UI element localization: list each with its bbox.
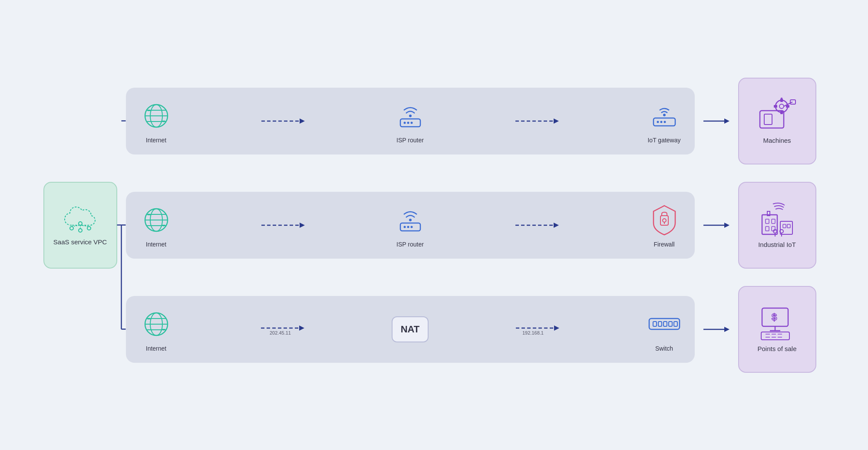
globe-icon-3 bbox=[139, 307, 174, 342]
globe-icon-2 bbox=[139, 203, 174, 237]
switch-node: Switch bbox=[647, 307, 682, 352]
svg-rect-87 bbox=[669, 322, 672, 326]
saas-section: SaaS service VPC bbox=[43, 182, 117, 269]
svg-point-14 bbox=[409, 115, 412, 117]
svg-marker-20 bbox=[554, 118, 559, 124]
svg-marker-90 bbox=[724, 327, 729, 332]
svg-rect-66 bbox=[783, 224, 786, 228]
svg-point-18 bbox=[410, 122, 413, 124]
svg-point-47 bbox=[409, 219, 412, 221]
svg-rect-37 bbox=[790, 100, 795, 104]
saas-vpc-box: SaaS service VPC bbox=[43, 182, 117, 269]
svg-rect-60 bbox=[766, 219, 769, 223]
firewall-label: Firewall bbox=[653, 241, 674, 248]
arrow-1-2 bbox=[515, 117, 559, 125]
isp-router-1: ISP router bbox=[393, 99, 428, 144]
svg-rect-67 bbox=[787, 224, 790, 228]
row-industrial: Internet bbox=[126, 182, 816, 269]
saas-label: SaaS service VPC bbox=[53, 238, 107, 246]
svg-rect-95 bbox=[761, 332, 789, 340]
svg-rect-29 bbox=[764, 114, 772, 125]
svg-marker-78 bbox=[299, 325, 304, 331]
svg-rect-88 bbox=[674, 322, 677, 326]
panel-industrial: Internet bbox=[126, 192, 695, 259]
svg-rect-86 bbox=[663, 322, 667, 326]
industrial-label: Industrial IoT bbox=[758, 241, 796, 248]
svg-point-21 bbox=[663, 114, 666, 116]
svg-point-3 bbox=[79, 222, 82, 225]
firewall-icon bbox=[647, 203, 682, 237]
saas-icon bbox=[63, 204, 98, 235]
arrow-out-1 bbox=[703, 117, 729, 125]
switch-icon bbox=[647, 307, 682, 342]
internet-2-label: Internet bbox=[146, 241, 166, 248]
svg-rect-61 bbox=[772, 219, 775, 223]
isp-router-2-label: ISP router bbox=[396, 241, 424, 248]
svg-point-50 bbox=[407, 226, 409, 228]
svg-point-39 bbox=[781, 98, 782, 99]
machines-icon bbox=[758, 98, 797, 132]
pos-label: Points of sale bbox=[757, 345, 796, 352]
arrow-out-3 bbox=[703, 325, 729, 334]
iot-gateway: IoT gateway bbox=[647, 99, 682, 144]
svg-marker-53 bbox=[554, 223, 559, 228]
machines-label: Machines bbox=[763, 137, 791, 144]
svg-marker-46 bbox=[300, 223, 305, 228]
isp-router-2: ISP router bbox=[393, 203, 428, 248]
svg-point-17 bbox=[407, 122, 409, 124]
svg-rect-83 bbox=[649, 319, 680, 329]
svg-point-24 bbox=[660, 121, 662, 123]
iot-gateway-icon bbox=[647, 99, 682, 133]
svg-point-51 bbox=[410, 226, 413, 228]
dest-industrial: Industrial IoT bbox=[738, 182, 816, 269]
svg-point-49 bbox=[403, 226, 406, 228]
arrow-2-1 bbox=[261, 221, 305, 230]
diagram: SaaS service VPC bbox=[43, 26, 825, 425]
svg-marker-58 bbox=[724, 223, 729, 228]
switch-label: Switch bbox=[655, 345, 673, 352]
dest-pos: $ Points of sale bbox=[738, 286, 816, 373]
svg-rect-34 bbox=[774, 105, 777, 108]
internet-3: Internet bbox=[139, 307, 174, 352]
svg-point-16 bbox=[403, 122, 406, 124]
arrow-1-1 bbox=[261, 117, 305, 125]
center-section: Internet bbox=[126, 78, 816, 373]
row-pos: Internet 202.45.11 NAT bbox=[126, 286, 816, 373]
internet-1: Internet bbox=[139, 99, 174, 144]
arrow-2-2 bbox=[515, 221, 559, 230]
router-icon-1 bbox=[393, 99, 428, 133]
internet-1-label: Internet bbox=[146, 137, 166, 144]
svg-marker-27 bbox=[724, 118, 729, 124]
pos-icon: $ bbox=[758, 306, 797, 341]
firewall: Firewall bbox=[647, 203, 682, 248]
panel-pos: Internet 202.45.11 NAT bbox=[126, 296, 695, 363]
nat-node: NAT bbox=[392, 316, 429, 342]
isp-router-1-label: ISP router bbox=[396, 137, 424, 144]
arrow-out-2 bbox=[703, 221, 729, 230]
svg-rect-48 bbox=[400, 223, 420, 231]
svg-rect-62 bbox=[766, 227, 769, 231]
svg-text:$: $ bbox=[772, 312, 777, 322]
iot-gateway-label: IoT gateway bbox=[647, 137, 680, 144]
nat-box: NAT bbox=[392, 316, 429, 342]
svg-point-2 bbox=[87, 227, 91, 230]
svg-marker-81 bbox=[554, 325, 559, 331]
svg-text:202.45.11: 202.45.11 bbox=[270, 330, 291, 335]
row-iot: Internet bbox=[126, 78, 816, 164]
svg-point-31 bbox=[779, 104, 784, 108]
svg-rect-15 bbox=[400, 119, 420, 127]
svg-text:192.168.1: 192.168.1 bbox=[522, 330, 544, 335]
globe-icon-1 bbox=[139, 99, 174, 133]
internet-3-label: Internet bbox=[146, 345, 166, 352]
svg-point-23 bbox=[657, 121, 659, 123]
router-icon-2 bbox=[393, 203, 428, 237]
svg-rect-65 bbox=[780, 221, 792, 234]
svg-marker-13 bbox=[300, 118, 305, 124]
svg-rect-84 bbox=[653, 322, 657, 326]
internet-2: Internet bbox=[139, 203, 174, 248]
panel-iot: Internet bbox=[126, 88, 695, 154]
arrow-3-2: 192.168.1 bbox=[516, 323, 559, 336]
svg-point-0 bbox=[70, 227, 73, 230]
svg-point-1 bbox=[79, 229, 82, 232]
svg-rect-85 bbox=[658, 322, 662, 326]
